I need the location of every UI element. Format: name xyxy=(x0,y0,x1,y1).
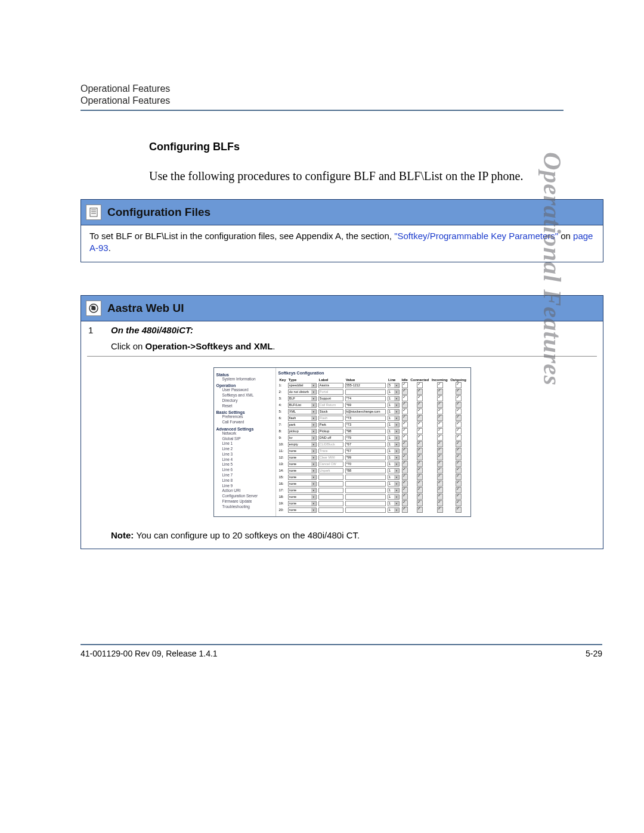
checkbox[interactable] xyxy=(402,435,408,441)
checkbox[interactable] xyxy=(417,467,423,473)
checkbox[interactable] xyxy=(417,461,423,467)
checkbox[interactable] xyxy=(402,389,408,395)
sidebar-item[interactable]: Line 4 xyxy=(216,457,273,463)
type-select[interactable]: none▼ xyxy=(288,455,317,460)
sidebar-item[interactable]: Firmware Update xyxy=(216,499,273,504)
text-input[interactable]: Cancel CW xyxy=(318,462,343,467)
checkbox[interactable] xyxy=(456,441,462,447)
checkbox[interactable] xyxy=(417,441,423,447)
checkbox[interactable] xyxy=(437,389,443,395)
checkbox[interactable] xyxy=(456,494,462,500)
text-input[interactable]: Portal xyxy=(318,389,343,395)
text-input[interactable]: Pickup xyxy=(318,429,343,434)
text-input[interactable] xyxy=(345,494,386,500)
text-input[interactable] xyxy=(345,507,386,513)
sidebar-item[interactable]: Line 6 xyxy=(216,467,273,473)
type-select[interactable]: 1▼ xyxy=(388,462,400,467)
type-select[interactable]: 1▼ xyxy=(388,409,400,414)
sidebar-item[interactable]: Line 7 xyxy=(216,473,273,478)
checkbox[interactable] xyxy=(456,395,462,401)
type-select[interactable]: 1▼ xyxy=(388,468,400,473)
checkbox[interactable] xyxy=(437,435,443,441)
checkbox[interactable] xyxy=(417,428,423,434)
checkbox[interactable] xyxy=(402,467,408,473)
type-select[interactable]: do not disturb▼ xyxy=(288,389,317,395)
checkbox[interactable] xyxy=(456,422,462,428)
sidebar-item[interactable]: Line 2 xyxy=(216,447,273,452)
checkbox[interactable] xyxy=(437,494,443,500)
text-input[interactable]: k@stockexchange.com xyxy=(345,409,386,414)
checkbox[interactable] xyxy=(437,481,443,487)
checkbox[interactable] xyxy=(402,408,408,414)
text-input[interactable] xyxy=(345,389,386,395)
text-input[interactable]: Flash xyxy=(318,416,343,421)
type-select[interactable]: pickup▼ xyxy=(288,429,317,434)
checkbox[interactable] xyxy=(456,487,462,493)
checkbox[interactable] xyxy=(456,428,462,434)
type-select[interactable]: 1▼ xyxy=(388,442,400,447)
type-select[interactable]: 1▼ xyxy=(388,429,400,434)
checkbox[interactable] xyxy=(417,395,423,401)
checkbox[interactable] xyxy=(456,448,462,454)
type-select[interactable]: lcr▼ xyxy=(288,435,317,441)
type-select[interactable]: none▼ xyxy=(288,462,317,467)
text-input[interactable]: *73 xyxy=(345,416,386,421)
checkbox[interactable] xyxy=(437,441,443,447)
checkbox[interactable] xyxy=(456,382,462,388)
sidebar-item[interactable]: Call Forward xyxy=(216,420,273,425)
checkbox[interactable] xyxy=(417,507,423,513)
type-select[interactable]: BLF/List▼ xyxy=(288,402,317,408)
checkbox[interactable] xyxy=(456,507,462,513)
checkbox[interactable] xyxy=(456,467,462,473)
checkbox[interactable] xyxy=(417,389,423,395)
checkbox[interactable] xyxy=(456,415,462,421)
type-select[interactable]: 1▼ xyxy=(388,507,400,513)
type-select[interactable]: BLF▼ xyxy=(288,396,317,401)
type-select[interactable]: 5▼ xyxy=(388,383,400,388)
checkbox[interactable] xyxy=(456,435,462,441)
type-select[interactable]: park▼ xyxy=(288,422,317,428)
sidebar-item[interactable]: Troubleshooting xyxy=(216,504,273,510)
text-input[interactable] xyxy=(345,475,386,480)
sidebar-item[interactable]: User Password xyxy=(216,388,273,393)
checkbox[interactable] xyxy=(456,500,462,506)
type-select[interactable]: none▼ xyxy=(288,507,317,513)
checkbox[interactable] xyxy=(437,500,443,506)
checkbox[interactable] xyxy=(417,415,423,421)
checkbox[interactable] xyxy=(417,481,423,487)
checkbox[interactable] xyxy=(402,507,408,513)
type-select[interactable]: 1▼ xyxy=(388,501,400,506)
sidebar-item[interactable]: Softkeys and XML xyxy=(216,393,273,398)
checkbox[interactable] xyxy=(437,487,443,493)
type-select[interactable]: none▼ xyxy=(288,494,317,500)
checkbox[interactable] xyxy=(417,435,423,441)
checkbox[interactable] xyxy=(437,507,443,513)
checkbox[interactable] xyxy=(437,467,443,473)
type-select[interactable]: none▼ xyxy=(288,481,317,487)
checkbox[interactable] xyxy=(456,461,462,467)
checkbox[interactable] xyxy=(402,487,408,493)
checkbox[interactable] xyxy=(417,448,423,454)
checkbox[interactable] xyxy=(417,454,423,460)
checkbox[interactable] xyxy=(402,448,408,454)
checkbox[interactable] xyxy=(437,448,443,454)
checkbox[interactable] xyxy=(417,422,423,428)
type-select[interactable]: 1▼ xyxy=(388,416,400,421)
checkbox[interactable] xyxy=(402,474,408,480)
sidebar-item[interactable]: Action URI xyxy=(216,488,273,494)
checkbox[interactable] xyxy=(417,494,423,500)
text-input[interactable]: *70 xyxy=(345,462,386,467)
type-select[interactable]: 1▼ xyxy=(388,389,400,395)
text-input[interactable] xyxy=(318,488,343,493)
text-input[interactable]: *98 xyxy=(345,429,386,434)
checkbox[interactable] xyxy=(456,402,462,408)
checkbox[interactable] xyxy=(437,395,443,401)
checkbox[interactable] xyxy=(402,481,408,487)
sidebar-item[interactable]: Reset xyxy=(216,404,273,409)
type-select[interactable]: 1▼ xyxy=(388,488,400,493)
type-select[interactable]: 1▼ xyxy=(388,402,400,408)
text-input[interactable]: Support xyxy=(318,396,343,401)
checkbox[interactable] xyxy=(456,408,462,414)
checkbox[interactable] xyxy=(402,382,408,388)
text-input[interactable] xyxy=(318,475,343,480)
